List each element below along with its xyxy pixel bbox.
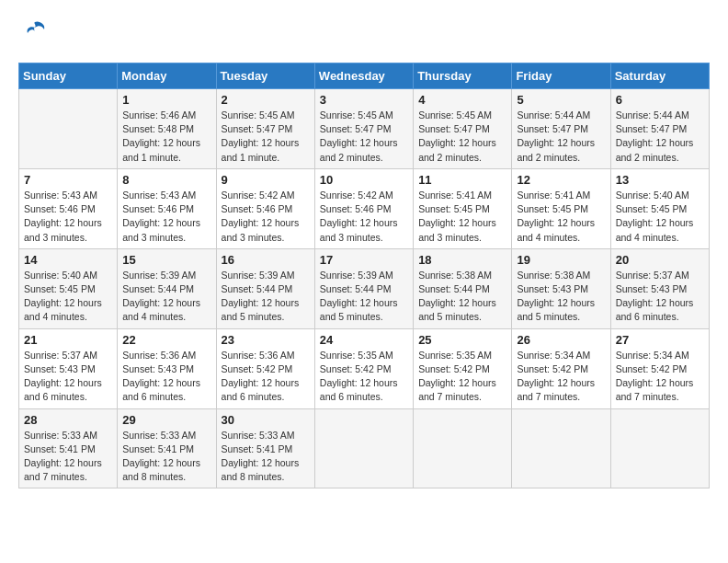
calendar-cell: 18Sunrise: 5:38 AM Sunset: 5:44 PM Dayli… — [414, 248, 512, 328]
calendar-cell: 8Sunrise: 5:43 AM Sunset: 5:46 PM Daylig… — [118, 168, 216, 248]
day-info: Sunrise: 5:36 AM Sunset: 5:43 PM Dayligh… — [122, 349, 210, 405]
day-number: 21 — [24, 333, 112, 347]
calendar-cell: 4Sunrise: 5:45 AM Sunset: 5:47 PM Daylig… — [414, 89, 512, 169]
day-number: 14 — [24, 253, 112, 267]
calendar-cell: 20Sunrise: 5:37 AM Sunset: 5:43 PM Dayli… — [610, 248, 709, 328]
calendar-cell: 7Sunrise: 5:43 AM Sunset: 5:46 PM Daylig… — [19, 168, 118, 248]
calendar-cell: 12Sunrise: 5:41 AM Sunset: 5:45 PM Dayli… — [512, 168, 610, 248]
day-number: 13 — [616, 173, 704, 187]
day-number: 11 — [418, 173, 506, 187]
calendar-cell: 23Sunrise: 5:36 AM Sunset: 5:42 PM Dayli… — [216, 328, 314, 408]
calendar-table: SundayMondayTuesdayWednesdayThursdayFrid… — [18, 63, 710, 488]
day-info: Sunrise: 5:43 AM Sunset: 5:46 PM Dayligh… — [122, 189, 210, 245]
day-number: 16 — [222, 253, 310, 267]
day-info: Sunrise: 5:44 AM Sunset: 5:47 PM Dayligh… — [517, 109, 605, 165]
day-info: Sunrise: 5:38 AM Sunset: 5:43 PM Dayligh… — [517, 269, 605, 325]
day-info: Sunrise: 5:33 AM Sunset: 5:41 PM Dayligh… — [222, 429, 310, 485]
calendar-cell: 10Sunrise: 5:42 AM Sunset: 5:46 PM Dayli… — [314, 168, 413, 248]
column-header-monday: Monday — [118, 63, 216, 89]
calendar-cell: 22Sunrise: 5:36 AM Sunset: 5:43 PM Dayli… — [118, 328, 216, 408]
day-info: Sunrise: 5:39 AM Sunset: 5:44 PM Dayligh… — [122, 269, 210, 325]
day-number: 3 — [320, 93, 408, 107]
day-number: 29 — [122, 413, 210, 427]
calendar-cell: 19Sunrise: 5:38 AM Sunset: 5:43 PM Dayli… — [512, 248, 610, 328]
day-number: 10 — [320, 173, 408, 187]
day-number: 4 — [418, 93, 506, 107]
day-number: 20 — [616, 253, 704, 267]
calendar-cell: 24Sunrise: 5:35 AM Sunset: 5:42 PM Dayli… — [314, 328, 413, 408]
day-info: Sunrise: 5:35 AM Sunset: 5:42 PM Dayligh… — [320, 349, 408, 405]
day-info: Sunrise: 5:37 AM Sunset: 5:43 PM Dayligh… — [24, 349, 112, 405]
week-row-4: 21Sunrise: 5:37 AM Sunset: 5:43 PM Dayli… — [19, 328, 710, 408]
day-info: Sunrise: 5:36 AM Sunset: 5:42 PM Dayligh… — [222, 349, 310, 405]
calendar-cell: 21Sunrise: 5:37 AM Sunset: 5:43 PM Dayli… — [19, 328, 118, 408]
day-number: 22 — [122, 333, 210, 347]
calendar-cell: 27Sunrise: 5:34 AM Sunset: 5:42 PM Dayli… — [610, 328, 709, 408]
day-number: 23 — [222, 333, 310, 347]
calendar-cell: 5Sunrise: 5:44 AM Sunset: 5:47 PM Daylig… — [512, 89, 610, 169]
day-number: 18 — [418, 253, 506, 267]
day-number: 15 — [122, 253, 210, 267]
day-info: Sunrise: 5:34 AM Sunset: 5:42 PM Dayligh… — [517, 349, 605, 405]
page-header — [18, 18, 710, 48]
week-row-5: 28Sunrise: 5:33 AM Sunset: 5:41 PM Dayli… — [19, 408, 710, 488]
day-info: Sunrise: 5:40 AM Sunset: 5:45 PM Dayligh… — [24, 269, 112, 325]
day-number: 1 — [122, 93, 210, 107]
calendar-cell — [512, 408, 610, 488]
day-info: Sunrise: 5:40 AM Sunset: 5:45 PM Dayligh… — [616, 189, 704, 245]
day-number: 9 — [222, 173, 310, 187]
calendar-cell: 2Sunrise: 5:45 AM Sunset: 5:47 PM Daylig… — [216, 89, 314, 169]
day-info: Sunrise: 5:38 AM Sunset: 5:44 PM Dayligh… — [418, 269, 506, 325]
day-info: Sunrise: 5:44 AM Sunset: 5:47 PM Dayligh… — [616, 109, 704, 165]
calendar-cell — [414, 408, 512, 488]
calendar-cell: 14Sunrise: 5:40 AM Sunset: 5:45 PM Dayli… — [19, 248, 118, 328]
day-info: Sunrise: 5:39 AM Sunset: 5:44 PM Dayligh… — [320, 269, 408, 325]
day-number: 28 — [24, 413, 112, 427]
calendar-cell: 17Sunrise: 5:39 AM Sunset: 5:44 PM Dayli… — [314, 248, 413, 328]
day-info: Sunrise: 5:45 AM Sunset: 5:47 PM Dayligh… — [320, 109, 408, 165]
day-info: Sunrise: 5:33 AM Sunset: 5:41 PM Dayligh… — [24, 429, 112, 485]
calendar-cell — [19, 89, 118, 169]
day-number: 25 — [418, 333, 506, 347]
day-info: Sunrise: 5:41 AM Sunset: 5:45 PM Dayligh… — [517, 189, 605, 245]
day-info: Sunrise: 5:33 AM Sunset: 5:41 PM Dayligh… — [122, 429, 210, 485]
calendar-cell: 28Sunrise: 5:33 AM Sunset: 5:41 PM Dayli… — [19, 408, 118, 488]
day-number: 12 — [517, 173, 605, 187]
column-header-wednesday: Wednesday — [314, 63, 413, 89]
day-number: 24 — [320, 333, 408, 347]
week-row-1: 1Sunrise: 5:46 AM Sunset: 5:48 PM Daylig… — [19, 89, 710, 169]
day-number: 8 — [122, 173, 210, 187]
day-number: 30 — [222, 413, 310, 427]
calendar-cell: 25Sunrise: 5:35 AM Sunset: 5:42 PM Dayli… — [414, 328, 512, 408]
calendar-body: 1Sunrise: 5:46 AM Sunset: 5:48 PM Daylig… — [19, 89, 710, 488]
day-number: 27 — [616, 333, 704, 347]
calendar-cell: 11Sunrise: 5:41 AM Sunset: 5:45 PM Dayli… — [414, 168, 512, 248]
day-info: Sunrise: 5:45 AM Sunset: 5:47 PM Dayligh… — [222, 109, 310, 165]
calendar-cell: 1Sunrise: 5:46 AM Sunset: 5:48 PM Daylig… — [118, 89, 216, 169]
calendar-cell: 3Sunrise: 5:45 AM Sunset: 5:47 PM Daylig… — [314, 89, 413, 169]
day-info: Sunrise: 5:42 AM Sunset: 5:46 PM Dayligh… — [222, 189, 310, 245]
day-info: Sunrise: 5:43 AM Sunset: 5:46 PM Dayligh… — [24, 189, 112, 245]
day-info: Sunrise: 5:45 AM Sunset: 5:47 PM Dayligh… — [418, 109, 506, 165]
logo-bird-icon — [22, 18, 48, 48]
calendar-cell — [314, 408, 413, 488]
day-info: Sunrise: 5:46 AM Sunset: 5:48 PM Dayligh… — [122, 109, 210, 165]
calendar-cell: 26Sunrise: 5:34 AM Sunset: 5:42 PM Dayli… — [512, 328, 610, 408]
logo — [18, 18, 48, 48]
day-number: 17 — [320, 253, 408, 267]
day-info: Sunrise: 5:39 AM Sunset: 5:44 PM Dayligh… — [222, 269, 310, 325]
calendar-cell: 6Sunrise: 5:44 AM Sunset: 5:47 PM Daylig… — [610, 89, 709, 169]
day-info: Sunrise: 5:37 AM Sunset: 5:43 PM Dayligh… — [616, 269, 704, 325]
calendar-cell: 9Sunrise: 5:42 AM Sunset: 5:46 PM Daylig… — [216, 168, 314, 248]
column-header-thursday: Thursday — [414, 63, 512, 89]
column-header-saturday: Saturday — [610, 63, 709, 89]
day-info: Sunrise: 5:35 AM Sunset: 5:42 PM Dayligh… — [418, 349, 506, 405]
week-row-3: 14Sunrise: 5:40 AM Sunset: 5:45 PM Dayli… — [19, 248, 710, 328]
calendar-cell: 29Sunrise: 5:33 AM Sunset: 5:41 PM Dayli… — [118, 408, 216, 488]
day-number: 26 — [517, 333, 605, 347]
day-number: 7 — [24, 173, 112, 187]
week-row-2: 7Sunrise: 5:43 AM Sunset: 5:46 PM Daylig… — [19, 168, 710, 248]
day-number: 19 — [517, 253, 605, 267]
calendar-cell: 15Sunrise: 5:39 AM Sunset: 5:44 PM Dayli… — [118, 248, 216, 328]
day-number: 2 — [222, 93, 310, 107]
